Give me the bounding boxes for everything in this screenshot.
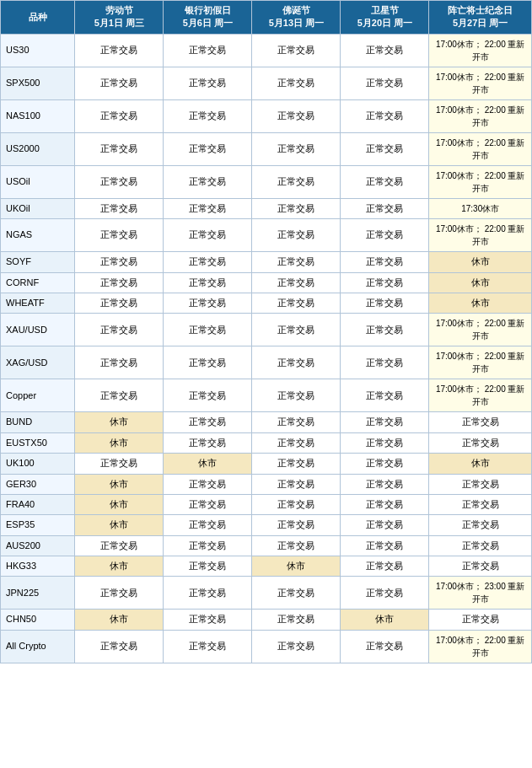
col-header-bank-holiday: 银行初假日 5月6日 周一 [164,1,252,35]
schedule-cell: 正常交易 [75,99,164,132]
schedule-cell: 正常交易 [164,67,252,99]
schedule-cell: 正常交易 [341,379,429,412]
schedule-cell: 正常交易 [75,34,164,67]
schedule-cell: 正常交易 [75,219,164,252]
schedule-cell: 17:00休市； 22:00 重新开市 [429,379,532,412]
schedule-cell: 正常交易 [252,314,341,346]
schedule-cell: 正常交易 [75,535,164,556]
schedule-cell: 17:00休市； 22:00 重新开市 [429,67,532,99]
schedule-cell: 正常交易 [164,219,252,252]
schedule-cell: 正常交易 [164,432,252,453]
schedule-cell: 正常交易 [164,577,252,610]
product-name: XAU/USD [1,314,75,346]
schedule-cell: 休市 [429,454,532,474]
schedule-cell: 正常交易 [75,454,164,474]
schedule-cell: 17:00休市； 22:00 重新开市 [429,630,532,663]
schedule-cell: 正常交易 [341,630,429,663]
schedule-cell: 正常交易 [429,494,532,514]
product-name: HKG33 [1,556,75,577]
schedule-cell: 正常交易 [252,630,341,663]
schedule-cell: 正常交易 [75,165,164,198]
schedule-cell: 正常交易 [164,379,252,412]
product-name: FRA40 [1,494,75,514]
product-name: NAS100 [1,99,75,132]
schedule-cell: 正常交易 [341,412,429,432]
schedule-cell: 正常交易 [429,515,532,535]
schedule-cell: 正常交易 [341,535,429,556]
product-name: SPX500 [1,67,75,99]
schedule-cell: 正常交易 [252,293,341,313]
schedule-cell: 正常交易 [252,412,341,432]
schedule-cell: 正常交易 [164,252,252,272]
schedule-cell: 正常交易 [75,630,164,663]
schedule-cell: 休市 [75,474,164,494]
schedule-cell: 休市 [252,556,341,577]
schedule-cell: 正常交易 [341,346,429,379]
schedule-cell: 休市 [75,494,164,514]
schedule-cell: 正常交易 [164,474,252,494]
schedule-cell: 正常交易 [252,219,341,252]
schedule-cell: 正常交易 [341,34,429,67]
schedule-cell: 17:00休市； 22:00 重新开市 [429,99,532,132]
schedule-cell: 17:00休市； 22:00 重新开市 [429,219,532,252]
schedule-cell: 正常交易 [75,272,164,293]
schedule-cell: 正常交易 [164,99,252,132]
product-name: XAG/USD [1,346,75,379]
col-header-buddha: 佛诞节 5月13日 周一 [252,1,341,35]
product-name: SOYF [1,252,75,272]
col-header-labor-day: 劳动节 5月1日 周三 [75,1,164,35]
schedule-cell: 正常交易 [341,515,429,535]
schedule-cell: 正常交易 [252,515,341,535]
schedule-cell: 休市 [75,556,164,577]
schedule-cell: 正常交易 [164,610,252,630]
schedule-cell: 正常交易 [252,432,341,453]
product-name: ESP35 [1,515,75,535]
schedule-cell: 正常交易 [429,535,532,556]
col-header-memorial-day: 阵亡将士纪念日 5月27日 周一 [429,1,532,35]
product-name: CORNF [1,272,75,293]
schedule-cell: 正常交易 [341,67,429,99]
schedule-cell: 17:00休市； 22:00 重新开市 [429,34,532,67]
schedule-cell: 正常交易 [164,515,252,535]
schedule-cell: 正常交易 [252,474,341,494]
schedule-cell: 正常交易 [341,132,429,165]
product-name: WHEATF [1,293,75,313]
schedule-cell: 正常交易 [75,132,164,165]
schedule-cell: 正常交易 [429,556,532,577]
schedule-cell: 正常交易 [341,219,429,252]
schedule-cell: 正常交易 [252,535,341,556]
schedule-cell: 17:00休市； 22:00 重新开市 [429,132,532,165]
product-name: GER30 [1,474,75,494]
product-name: CHN50 [1,610,75,630]
product-name: All Crypto [1,630,75,663]
schedule-cell: 正常交易 [341,494,429,514]
product-name: UK100 [1,454,75,474]
schedule-cell: 正常交易 [341,432,429,453]
schedule-cell: 正常交易 [164,412,252,432]
schedule-cell: 正常交易 [252,165,341,198]
schedule-cell: 正常交易 [164,630,252,663]
schedule-cell: 17:30休市 [429,198,532,218]
schedule-cell: 正常交易 [164,494,252,514]
schedule-cell: 休市 [429,293,532,313]
product-name: USOil [1,165,75,198]
schedule-cell: 正常交易 [252,34,341,67]
product-name: AUS200 [1,535,75,556]
schedule-cell: 正常交易 [252,577,341,610]
schedule-cell: 休市 [429,252,532,272]
schedule-cell: 正常交易 [252,346,341,379]
product-name: JPN225 [1,577,75,610]
schedule-cell: 正常交易 [164,165,252,198]
product-name: US30 [1,34,75,67]
schedule-cell: 正常交易 [429,474,532,494]
schedule-cell: 正常交易 [341,252,429,272]
schedule-cell: 正常交易 [429,412,532,432]
schedule-cell: 正常交易 [164,272,252,293]
schedule-cell: 正常交易 [164,34,252,67]
schedule-cell: 正常交易 [341,314,429,346]
schedule-cell: 休市 [429,272,532,293]
schedule-cell: 正常交易 [252,379,341,412]
schedule-cell: 正常交易 [75,252,164,272]
schedule-cell: 正常交易 [75,577,164,610]
schedule-cell: 休市 [164,454,252,474]
